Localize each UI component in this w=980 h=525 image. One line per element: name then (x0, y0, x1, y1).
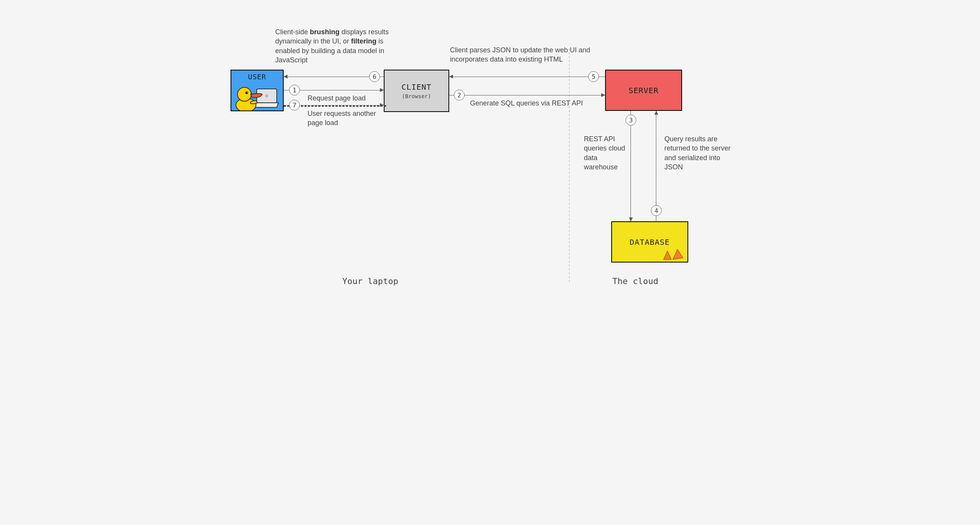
arrow-2-head (601, 93, 605, 97)
database-node: DATABASE (611, 221, 688, 262)
server-node: SERVER (605, 70, 682, 111)
region-laptop-label: Your laptop (342, 276, 398, 286)
svg-point-5 (247, 92, 248, 93)
client-node: CLIENT (Browser) (384, 70, 449, 112)
region-divider (569, 48, 570, 282)
arrow-3-head (629, 217, 633, 221)
arrow-5-line (449, 77, 605, 77)
caption-another-load: User requests another page load (308, 109, 385, 128)
badge-3: 3 (625, 115, 636, 125)
caption-brushing-b2: filtering (351, 37, 376, 45)
caption-query-results: Query results are returned to the server… (664, 134, 738, 172)
svg-point-1 (265, 94, 268, 97)
badge-5: 5 (588, 71, 599, 82)
region-cloud-label: The cloud (612, 276, 658, 286)
arrow-4-line (656, 111, 656, 221)
arrow-5-head (449, 75, 453, 79)
user-label: USER (248, 73, 266, 81)
client-title: CLIENT (401, 82, 431, 92)
arrow-1-head (380, 88, 384, 92)
arrow-3-line (630, 111, 631, 221)
caption-generate-sql: Generate SQL queries via REST API (470, 99, 583, 108)
client-subtitle: (Browser) (402, 93, 431, 99)
duck-feet-icon (663, 249, 684, 260)
badge-4: 4 (651, 205, 662, 216)
caption-rest-query: REST API queries cloud data warehouse (584, 134, 626, 172)
badge-7: 7 (289, 100, 300, 110)
caption-brushing-pre: Client-side (275, 28, 310, 36)
badge-6: 6 (369, 71, 380, 82)
user-node: USER (231, 70, 284, 111)
caption-parse-json: Client parses JSON to update the web UI … (450, 45, 612, 64)
caption-brushing: Client-side brushing displays results dy… (275, 27, 395, 65)
arrow-6-line (284, 77, 384, 77)
badge-2: 2 (454, 90, 465, 100)
server-title: SERVER (629, 86, 659, 95)
arrow-2-line (449, 95, 605, 95)
svg-point-3 (237, 87, 251, 101)
badge-1: 1 (289, 85, 300, 95)
architecture-diagram: USER CLIENT (Browser) (201, 0, 779, 309)
database-title: DATABASE (630, 237, 670, 247)
duck-with-laptop-icon (235, 81, 281, 111)
caption-brushing-b1: brushing (310, 28, 339, 36)
arrow-6-head (284, 75, 288, 79)
caption-request-load: Request page load (308, 94, 366, 103)
arrow-4-head (654, 111, 658, 115)
svg-point-4 (246, 92, 248, 94)
arrow-7-head (380, 103, 384, 107)
